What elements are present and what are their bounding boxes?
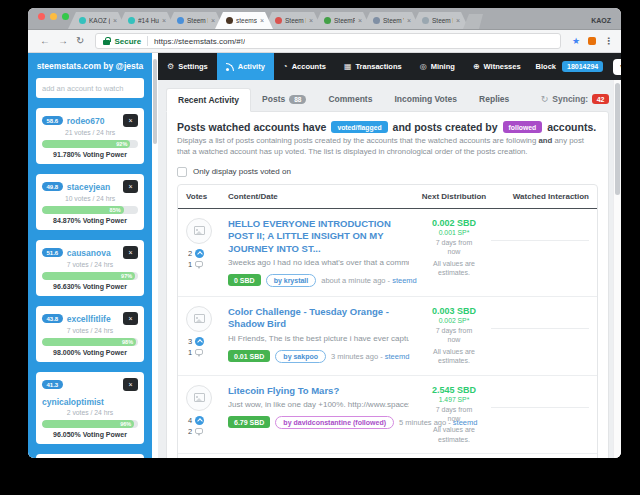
browser-tab[interactable]: SteemFollow× — [313, 12, 371, 29]
voting-power-bar-label: 92% — [116, 141, 127, 147]
voted-flagged-badge: voted/flagged — [331, 121, 387, 133]
account-name-link[interactable]: cynicaloptimist — [42, 397, 138, 407]
browser-tabs: KAOZ (@rock×#14 Humans×Steem Now×steemst… — [77, 8, 469, 29]
tab-close-icon[interactable]: × — [407, 17, 411, 24]
upvote-icon — [195, 416, 204, 425]
tab-title: #14 Humans — [138, 17, 159, 24]
browser-tab[interactable]: #14 Humans× — [117, 12, 175, 29]
tab-comments[interactable]: Comments — [317, 87, 383, 111]
vote-counts: 31 — [186, 337, 228, 357]
browser-tab[interactable]: Steem Bot Tr× — [411, 12, 469, 29]
account-name-link[interactable]: staceyjean — [67, 182, 119, 192]
tab-replies[interactable]: Replies — [468, 87, 520, 111]
votes-per-day-label: 10 votes / 24 hrs — [42, 195, 138, 202]
add-account-input[interactable] — [36, 78, 144, 98]
nav-item-accounts[interactable]: ◔Accounts — [274, 53, 335, 80]
tab-posts[interactable]: Posts88 — [251, 87, 317, 111]
post-title-link[interactable]: HELLO EVERYONE INTRODUCTION POST II; A L… — [228, 218, 409, 255]
remove-account-button[interactable]: × — [123, 114, 138, 127]
browser-tab[interactable]: Steem Voter× — [362, 12, 420, 29]
nav-item-witnesses[interactable]: ⊕Witnesses — [464, 53, 530, 80]
nav-item-activity[interactable]: Activity — [217, 53, 274, 80]
sidebar-scrollbar-thumb[interactable] — [153, 59, 157, 144]
tab-close-icon[interactable]: × — [260, 17, 264, 24]
nav-item-mining[interactable]: ◎Mining — [411, 53, 464, 80]
lock-icon — [103, 37, 110, 45]
extension-icon[interactable] — [588, 37, 596, 45]
payout-badge: 6.79 SBD — [228, 416, 270, 428]
tab-close-icon[interactable]: × — [211, 17, 215, 24]
author-badge[interactable]: by krystall — [266, 274, 317, 287]
account-name-link[interactable]: rodeo670 — [67, 116, 119, 126]
next-sp-value: 0.002 SP* — [417, 317, 491, 324]
post-title-link[interactable]: Litecoin Flying To Mars? — [228, 385, 409, 397]
divider — [147, 36, 148, 46]
browser-tab-strip: KAOZ (@rock×#14 Humans×Steem Now×steemst… — [28, 8, 621, 30]
zoom-window-button[interactable] — [62, 13, 69, 20]
reputation-badge: 41.3 — [42, 380, 63, 389]
account-card-header: 41.3cynicaloptimist× — [42, 378, 138, 407]
tab-favicon-icon — [324, 17, 331, 24]
browser-tab[interactable]: Steem Follo× — [264, 12, 322, 29]
remove-account-button[interactable]: × — [123, 378, 138, 391]
tab-close-icon[interactable]: × — [309, 17, 313, 24]
app-title: steemstats.com by @jesta — [28, 53, 152, 78]
account-name-link[interactable]: causanova — [67, 248, 119, 258]
upvote-count-value: 2 — [188, 249, 192, 258]
tab-close-icon[interactable]: × — [162, 17, 166, 24]
reload-icon[interactable]: ↻ — [76, 36, 84, 46]
nav-item-settings[interactable]: ⚙Settings — [158, 53, 217, 80]
tab-title: Steem Bot Tr — [432, 17, 453, 24]
author-badge[interactable]: by sakpoo — [275, 350, 326, 363]
bookmark-star-icon[interactable]: ★ — [572, 36, 580, 46]
voting-power-label: 98.000% Voting Power — [42, 349, 138, 356]
remove-account-button[interactable]: × — [123, 180, 138, 193]
minimize-window-button[interactable] — [50, 13, 57, 20]
reputation-badge: 58.6 — [42, 116, 63, 125]
next-sbd-value: 2.545 SBD — [417, 385, 491, 395]
tab-recent-activity[interactable]: Recent Activity — [166, 88, 251, 112]
tab-favicon-icon — [128, 17, 135, 24]
browser-tab[interactable]: Steem Now× — [166, 12, 224, 29]
only-voted-checkbox[interactable] — [177, 167, 187, 177]
tab-incoming-votes[interactable]: Incoming Votes — [383, 87, 468, 111]
lead-text-2: and posts created by — [393, 121, 498, 133]
browser-tab[interactable]: KAOZ (@rock× — [68, 12, 126, 29]
tab-favicon-icon — [79, 17, 86, 24]
remove-account-button[interactable]: × — [123, 312, 138, 325]
main-scrollbar-thumb[interactable] — [615, 83, 620, 195]
forward-icon[interactable]: → — [58, 36, 68, 46]
address-bar[interactable]: Secure https://steemstats.com/#!/ — [95, 33, 561, 49]
voting-power-bar-fill: 97% — [42, 272, 135, 280]
steemd-link[interactable]: steemd — [385, 352, 410, 361]
post-time: 3 minutes ago - steemd — [331, 352, 409, 361]
post-title-link[interactable]: Color Challenge - Tuesday Orange - Shado… — [228, 306, 409, 331]
remove-account-button[interactable]: × — [123, 246, 138, 259]
back-icon[interactable]: ← — [40, 36, 50, 46]
chrome-profile-label[interactable]: KAOZ — [591, 17, 615, 29]
author-badge[interactable]: by davidconstantine (followed) — [275, 416, 394, 429]
post-avatar — [186, 218, 212, 244]
empty-interaction-line — [491, 240, 589, 241]
account-card-header: 51.6causanova× — [42, 246, 138, 259]
account-name-link[interactable]: excellfitlife — [67, 314, 119, 324]
main-scrollbar[interactable] — [613, 80, 621, 458]
nav-item-transactions[interactable]: ▦Transactions — [335, 53, 411, 80]
steemd-link[interactable]: steemd — [392, 276, 417, 285]
account-card: 33.5× — [36, 454, 144, 458]
next-sbd-value: 0.003 SBD — [417, 306, 491, 316]
comment-count: 2 — [188, 427, 228, 436]
payout-badge: 0.01 SBD — [228, 350, 270, 362]
post-meta: 0.01 SBDby sakpoo3 minutes ago - steemd — [228, 350, 409, 363]
nav-right: Block 18014294 v0.3.4 Re — [530, 53, 621, 80]
close-window-button[interactable] — [38, 13, 45, 20]
watched-interaction-cell — [491, 385, 589, 445]
chrome-menu-icon[interactable]: ⋮ — [604, 36, 613, 46]
account-card-header: 43.8excellfitlife× — [42, 312, 138, 325]
tab-close-icon[interactable]: × — [456, 17, 460, 24]
tab-close-icon[interactable]: × — [358, 17, 362, 24]
panel-description: Displays a list of posts containing post… — [177, 136, 598, 158]
browser-tab[interactable]: steemstats -× — [215, 12, 273, 29]
tab-title: SteemFollow — [334, 17, 355, 24]
tab-close-icon[interactable]: × — [113, 17, 117, 24]
